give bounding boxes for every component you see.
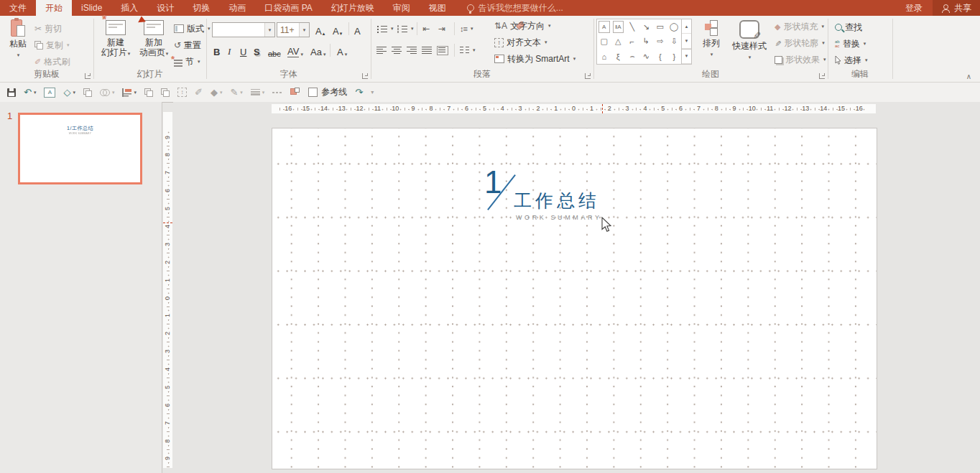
shape-outline-button[interactable]: ✎ 形状轮廓▾ bbox=[775, 36, 825, 50]
columns-button[interactable]: ▾ bbox=[460, 43, 476, 57]
shape-right-arrow-icon[interactable]: ⇨ bbox=[653, 34, 667, 50]
collapse-ribbon-button[interactable]: ∧ bbox=[966, 72, 971, 80]
guides-toggle[interactable]: 参考线 bbox=[307, 85, 348, 100]
grow-font-button[interactable]: A▴ bbox=[315, 22, 325, 37]
select-button[interactable]: 选择▾ bbox=[835, 53, 868, 67]
numbering-button[interactable]: ▾ bbox=[397, 22, 414, 36]
slide-title-block[interactable]: 1 工作总结 WORK SUMMARY bbox=[476, 169, 648, 223]
guides-checkbox[interactable] bbox=[308, 88, 318, 97]
font-dialog-launcher[interactable] bbox=[362, 73, 368, 79]
shape-right-brace-icon[interactable]: } bbox=[667, 49, 682, 64]
clipboard-dialog-launcher[interactable] bbox=[85, 73, 91, 79]
layout-button[interactable]: 版式▾ bbox=[174, 22, 211, 36]
align-left-button[interactable] bbox=[376, 43, 387, 57]
paragraph-dialog-launcher[interactable] bbox=[585, 73, 591, 79]
align-center-button[interactable] bbox=[392, 43, 402, 57]
shapes-more-button[interactable]: ▼ bbox=[682, 49, 691, 64]
menu-tab-7[interactable]: 口袋动画 PA bbox=[255, 0, 321, 16]
copy-button[interactable]: 复制▾ bbox=[34, 38, 70, 52]
quick-styles-button[interactable]: 快速样式 ▾ bbox=[729, 20, 770, 62]
increase-indent-button[interactable]: ⇥ bbox=[438, 22, 445, 36]
new-slide-button[interactable]: * 新建 幻灯片▾ bbox=[98, 20, 134, 59]
font-name-dropdown[interactable]: ▾ bbox=[264, 23, 274, 37]
distribute-button[interactable] bbox=[437, 43, 448, 57]
shape-rounded-rectangle-icon[interactable]: ▢ bbox=[597, 34, 611, 50]
insert-shapes-button[interactable]: ◇▾ bbox=[62, 85, 77, 100]
selection-pane-button[interactable] bbox=[289, 85, 302, 100]
shape-vertical-text-box-icon[interactable]: ‖A bbox=[611, 19, 626, 34]
bold-button[interactable]: B bbox=[213, 43, 220, 57]
slide-thumbnail[interactable]: 1/工作总结 WORK SUMMARY bbox=[18, 113, 142, 184]
shape-fill-button[interactable]: ◆ 形状填充▾ bbox=[775, 19, 824, 34]
format-painter-button[interactable]: ✐ bbox=[193, 85, 204, 100]
shape-scribble-icon[interactable]: ξ bbox=[611, 49, 626, 64]
menu-tab-3[interactable]: 插入 bbox=[111, 0, 147, 16]
insert-text-box-button[interactable]: A bbox=[42, 85, 57, 100]
new-anim-page-button[interactable]: 新加 动画页▾ bbox=[135, 20, 172, 59]
menu-tab-8[interactable]: 幻灯片放映 bbox=[322, 0, 384, 16]
shape-outline-button[interactable]: ✎▾ bbox=[228, 85, 244, 100]
menu-tab-9[interactable]: 审阅 bbox=[384, 0, 420, 16]
shape-rectangle-icon[interactable]: ▭ bbox=[653, 19, 667, 34]
underline-button[interactable]: U bbox=[240, 43, 246, 57]
shape-fill-button[interactable]: ◆▾ bbox=[209, 85, 224, 100]
menu-tab-1[interactable]: 开始 bbox=[36, 0, 72, 16]
font-name-combo[interactable]: ▾ bbox=[212, 22, 275, 37]
strikethrough-button[interactable]: abc bbox=[268, 44, 281, 58]
bullets-button[interactable]: ▾ bbox=[376, 22, 394, 36]
character-spacing-button[interactable]: AV▾ bbox=[287, 43, 303, 57]
arrange-button[interactable]: 排列 ▾ bbox=[697, 20, 726, 60]
section-button[interactable]: 节▾ bbox=[174, 55, 200, 69]
paste-button[interactable]: 粘贴 ▾ bbox=[4, 19, 32, 60]
line-spacing-button[interactable]: ↕≡▾ bbox=[460, 22, 473, 36]
reset-button[interactable]: ↺ 重置 bbox=[174, 38, 201, 52]
find-button[interactable]: 查找 bbox=[835, 20, 862, 34]
menu-tab-10[interactable]: 视图 bbox=[420, 0, 456, 16]
shape-freeform-icon[interactable]: ⌂ bbox=[597, 49, 611, 64]
undo-button[interactable]: ↶▾ bbox=[22, 85, 37, 100]
align-right-button[interactable] bbox=[407, 43, 417, 57]
shrink-font-button[interactable]: A▾ bbox=[333, 22, 342, 37]
text-direction-button[interactable]: ⇅A 文字方向▾ bbox=[494, 19, 551, 33]
shapes-scroll-up[interactable]: ▲ bbox=[682, 19, 691, 34]
slide-page[interactable]: 1 工作总结 WORK SUMMARY bbox=[272, 128, 877, 469]
resize-object-button[interactable]: ↕ bbox=[176, 85, 188, 100]
menu-tab-5[interactable]: 切换 bbox=[183, 0, 219, 16]
font-size-dropdown[interactable]: ▾ bbox=[299, 23, 309, 37]
sign-in-button[interactable]: 登录 bbox=[895, 0, 933, 16]
shapes-scroll-down[interactable]: ▼ bbox=[682, 34, 691, 48]
decrease-indent-button[interactable]: ⇤ bbox=[422, 22, 430, 36]
send-backward-button[interactable] bbox=[160, 85, 171, 100]
align-text-button[interactable]: ↕ 对齐文本▾ bbox=[494, 35, 547, 50]
format-painter-button[interactable]: ✐ 格式刷 bbox=[34, 55, 70, 69]
merge-shapes-button[interactable]: ▾ bbox=[98, 85, 116, 100]
line-dashes-button[interactable] bbox=[271, 85, 284, 100]
bring-forward-button[interactable] bbox=[143, 85, 154, 100]
convert-smartart-button[interactable]: 转换为 SmartArt▾ bbox=[494, 52, 575, 66]
shape-oval-icon[interactable]: ◯ bbox=[667, 19, 682, 34]
shape-triangle-icon[interactable]: △ bbox=[611, 34, 626, 50]
text-shadow-button[interactable]: S bbox=[254, 43, 260, 57]
shape-down-arrow-icon[interactable]: ⇩ bbox=[667, 34, 682, 50]
menu-tab-4[interactable]: 设计 bbox=[147, 0, 183, 16]
italic-button[interactable]: I bbox=[228, 43, 231, 57]
shape-left-brace-icon[interactable]: { bbox=[653, 49, 667, 64]
tell-me-box[interactable]: 告诉我您想要做什么... bbox=[467, 0, 563, 16]
save-button[interactable] bbox=[6, 85, 17, 100]
drawing-dialog-launcher[interactable] bbox=[819, 73, 825, 79]
justify-button[interactable] bbox=[422, 43, 432, 57]
shape-text-box-icon[interactable]: A bbox=[597, 19, 611, 34]
menu-tab-0[interactable]: 文件 bbox=[0, 0, 36, 16]
font-size-combo[interactable]: 11+ ▾ bbox=[277, 22, 310, 37]
shape-elbow-arrow-connector-icon[interactable]: ↳ bbox=[639, 34, 654, 50]
vertical-ruler[interactable]: 9876543210123456789 bbox=[163, 112, 172, 468]
group-objects-button[interactable] bbox=[82, 85, 93, 100]
share-button[interactable]: 共享 bbox=[933, 0, 980, 16]
change-case-button[interactable]: Aa▾ bbox=[310, 43, 325, 57]
shape-elbow-connector-icon[interactable]: ⌐ bbox=[625, 34, 639, 50]
menu-tab-6[interactable]: 动画 bbox=[219, 0, 255, 16]
shape-arc-icon[interactable]: ⌢ bbox=[625, 49, 639, 64]
font-color-button[interactable]: A▾ bbox=[337, 43, 347, 57]
redo-button[interactable]: ↷ bbox=[353, 85, 364, 100]
shape-line-icon[interactable]: ╲ bbox=[625, 19, 639, 34]
